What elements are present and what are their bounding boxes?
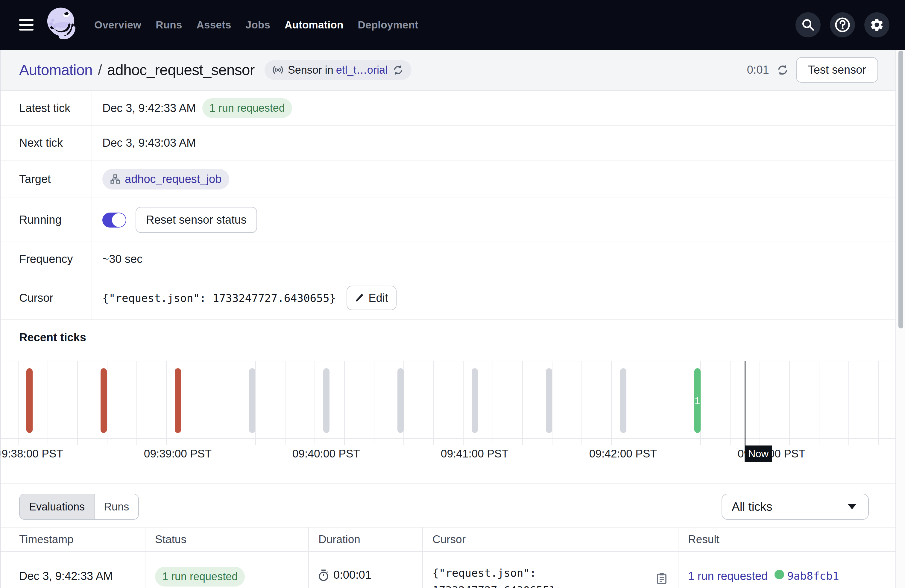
grid-line bbox=[848, 361, 849, 445]
grid-line bbox=[789, 361, 790, 445]
column-status: Status bbox=[145, 528, 309, 551]
grid-line bbox=[433, 361, 434, 445]
page-title: adhoc_request_sensor bbox=[107, 61, 255, 79]
cursor-row: Cursor {"request.json": 1733247727.64306… bbox=[1, 277, 895, 320]
reload-location-icon[interactable] bbox=[392, 64, 404, 76]
tick-bar-skipped[interactable] bbox=[397, 368, 404, 433]
grid-line bbox=[18, 361, 19, 445]
page-content: Automation / adhoc_request_sensor Sensor… bbox=[0, 50, 896, 588]
tick-bar-success[interactable]: 1 bbox=[694, 368, 700, 433]
grid-line bbox=[403, 361, 404, 445]
tick-bar-skipped[interactable] bbox=[323, 368, 330, 433]
frequency-row: Frequency ~30 sec bbox=[1, 242, 895, 277]
evaluation-timestamp: Dec 3, 9:42:33 AM bbox=[1, 552, 145, 588]
cursor-label: Cursor bbox=[1, 277, 92, 319]
tick-bar-skipped[interactable] bbox=[472, 368, 478, 433]
next-tick-time: Dec 3, 9:43:03 AM bbox=[102, 137, 196, 149]
tick-bar-skipped[interactable] bbox=[620, 368, 626, 433]
breadcrumb-automation-link[interactable]: Automation bbox=[19, 61, 92, 79]
scrollbar-track bbox=[896, 50, 905, 588]
grid-line bbox=[107, 361, 108, 445]
tick-bar-skipped[interactable] bbox=[249, 368, 255, 433]
run-status-dot bbox=[775, 570, 784, 579]
evaluation-result-link[interactable]: 1 run requested bbox=[688, 570, 768, 583]
column-result: Result bbox=[678, 528, 895, 551]
clipboard-icon bbox=[656, 572, 667, 585]
grid-line bbox=[819, 361, 819, 445]
grid-line bbox=[492, 361, 493, 445]
grid-line bbox=[48, 361, 48, 445]
code-location-link[interactable]: etl_t…orial bbox=[336, 64, 387, 76]
gear-icon bbox=[869, 17, 884, 32]
target-label: Target bbox=[1, 161, 92, 198]
target-row: Target adhoc_request_job bbox=[1, 161, 895, 198]
chart-axis-line bbox=[1, 438, 895, 439]
scrollbar-thumb[interactable] bbox=[899, 51, 903, 329]
test-sensor-button[interactable]: Test sensor bbox=[796, 57, 878, 83]
edit-cursor-button[interactable]: Edit bbox=[346, 286, 396, 310]
grid-line bbox=[344, 361, 345, 445]
evaluations-header-row: Timestamp Status Duration Cursor Result bbox=[1, 527, 895, 552]
column-duration: Duration bbox=[309, 528, 423, 551]
menu-icon[interactable] bbox=[0, 0, 33, 50]
tick-bar-skipped[interactable] bbox=[546, 368, 552, 433]
grid-line bbox=[878, 361, 879, 445]
grid-line bbox=[196, 361, 196, 445]
code-location-text: Sensor in bbox=[288, 64, 333, 76]
target-job-pill: adhoc_request_job bbox=[102, 169, 229, 189]
nav-actions bbox=[795, 12, 905, 37]
reset-sensor-status-button[interactable]: Reset sensor status bbox=[136, 207, 257, 233]
grid-line bbox=[730, 361, 730, 445]
running-toggle[interactable] bbox=[102, 213, 126, 227]
sensor-metadata: Latest tick Dec 3, 9:42:33 AM 1 run requ… bbox=[1, 90, 895, 320]
grid-line bbox=[166, 361, 167, 445]
refresh-icon[interactable] bbox=[776, 64, 789, 76]
axis-label: 09:39:00 PST bbox=[144, 447, 211, 461]
grid-line bbox=[314, 361, 315, 445]
help-button[interactable] bbox=[830, 12, 855, 37]
dagster-logo[interactable] bbox=[47, 7, 75, 43]
latest-tick-label: Latest tick bbox=[1, 91, 92, 126]
chevron-down-icon bbox=[848, 504, 856, 509]
nav-item-jobs[interactable]: Jobs bbox=[246, 19, 270, 30]
nav-item-overview[interactable]: Overview bbox=[94, 19, 141, 30]
tick-bar-failed[interactable] bbox=[26, 368, 33, 433]
latest-tick-time: Dec 3, 9:42:33 AM bbox=[102, 102, 196, 114]
page-header: Automation / adhoc_request_sensor Sensor… bbox=[1, 50, 895, 90]
running-row: Running Reset sensor status bbox=[1, 198, 895, 242]
grid-line bbox=[225, 361, 226, 445]
frequency-value: ~30 sec bbox=[102, 253, 143, 265]
grid-line bbox=[77, 361, 78, 445]
now-marker-line bbox=[745, 361, 746, 446]
grid-line bbox=[255, 361, 256, 445]
tick-filter-select[interactable]: All ticks bbox=[722, 494, 869, 520]
tick-bar-failed[interactable] bbox=[175, 368, 181, 433]
nav-item-automation[interactable]: Automation bbox=[284, 19, 343, 30]
grid-line bbox=[137, 361, 137, 445]
nav-item-deployment[interactable]: Deployment bbox=[358, 19, 418, 30]
settings-button[interactable] bbox=[864, 12, 889, 37]
tab-runs[interactable]: Runs bbox=[95, 494, 138, 519]
column-timestamp: Timestamp bbox=[1, 528, 145, 551]
evaluations-table: Timestamp Status Duration Cursor Result … bbox=[1, 527, 895, 588]
nav-item-assets[interactable]: Assets bbox=[197, 19, 231, 30]
nav-item-runs[interactable]: Runs bbox=[156, 19, 182, 30]
evaluations-controls: Evaluations Runs All ticks bbox=[1, 483, 895, 527]
tick-bar-failed[interactable] bbox=[100, 368, 107, 433]
target-job-link[interactable]: adhoc_request_job bbox=[125, 173, 221, 186]
run-id-link[interactable]: 9ab8fcb1 bbox=[787, 570, 839, 582]
breadcrumb: Automation / adhoc_request_sensor bbox=[19, 61, 255, 79]
tab-evaluations[interactable]: Evaluations bbox=[20, 494, 95, 519]
code-location-badge: Sensor in etl_t…orial bbox=[265, 60, 411, 80]
column-cursor: Cursor bbox=[423, 528, 678, 551]
header-actions: 0:01 Test sensor bbox=[747, 57, 878, 83]
stopwatch-icon bbox=[318, 569, 329, 582]
cursor-value: {"request.json": 1733247727.6430655} bbox=[102, 292, 336, 304]
search-button[interactable] bbox=[795, 12, 821, 37]
axis-label: 09:42:00 PST bbox=[589, 447, 657, 461]
next-tick-label: Next tick bbox=[1, 126, 92, 160]
copy-cursor-button[interactable] bbox=[656, 572, 667, 585]
sensor-icon bbox=[272, 64, 283, 75]
job-icon bbox=[110, 174, 120, 184]
tick-chart: 109:38:00 PST09:39:00 PST09:40:00 PST09:… bbox=[1, 361, 895, 482]
